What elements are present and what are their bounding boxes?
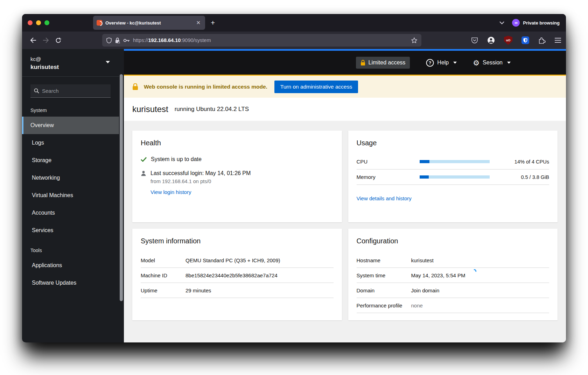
sidebar-item-software-updates[interactable]: Software Updates bbox=[22, 274, 119, 292]
usage-card: Usage CPU 14% of 4 CPUs Memory 0.5 / 3.8… bbox=[348, 131, 558, 222]
zoom-window-button[interactable] bbox=[44, 20, 49, 25]
bookmark-star-icon[interactable] bbox=[411, 37, 417, 43]
page-header: kurisutest running Ubuntu 22.04.2 LTS bbox=[124, 98, 566, 121]
cursor-artifact bbox=[473, 269, 477, 272]
sidebar-item-applications[interactable]: Applications bbox=[22, 257, 119, 274]
host-switcher[interactable]: kc@ kurisutest bbox=[22, 49, 119, 77]
sidebar-item-networking[interactable]: Networking bbox=[22, 169, 119, 187]
sidebar-search[interactable] bbox=[30, 84, 111, 98]
sidebar-scrollbar[interactable] bbox=[119, 49, 124, 342]
turn-on-admin-access-button[interactable]: Turn on administrative access bbox=[274, 81, 358, 93]
sidebar: kc@ kurisutest System Overview Logs Stor… bbox=[22, 49, 119, 342]
help-question-icon: ? bbox=[426, 59, 434, 67]
limited-access-button[interactable]: Limited access bbox=[356, 57, 410, 69]
private-browsing-label: Private browsing bbox=[523, 20, 560, 26]
sidebar-item-logs[interactable]: Logs bbox=[22, 134, 119, 152]
reload-button[interactable] bbox=[55, 37, 61, 43]
join-domain-value[interactable]: Join domain bbox=[411, 287, 550, 293]
help-menu[interactable]: ? Help bbox=[426, 59, 457, 67]
screenshot-canvas: Overview - kc@kurisutest ✕ + ∞ Private b… bbox=[0, 0, 588, 375]
minimize-window-button[interactable] bbox=[36, 20, 41, 25]
url-text: https://192.168.64.10:9090/system bbox=[133, 37, 408, 43]
page-subtitle: running Ubuntu 22.04.2 LTS bbox=[175, 106, 249, 113]
view-details-history-link[interactable]: View details and history bbox=[357, 195, 412, 201]
domain-label: Domain bbox=[357, 287, 411, 293]
browser-toolbar: https://192.168.64.10:9090/system uO bbox=[22, 32, 566, 49]
new-tab-button[interactable]: + bbox=[211, 19, 215, 27]
search-icon bbox=[34, 88, 39, 93]
memory-value: 0.5 / 3.8 GiB bbox=[490, 174, 550, 180]
browser-tab[interactable]: Overview - kc@kurisutest ✕ bbox=[93, 16, 205, 30]
sidebar-item-accounts[interactable]: Accounts bbox=[22, 204, 119, 222]
domain-row: Domain Join domain bbox=[357, 283, 550, 298]
menu-hamburger-icon[interactable] bbox=[555, 38, 561, 43]
saved-password-key-icon[interactable] bbox=[123, 39, 130, 42]
back-button[interactable] bbox=[30, 37, 36, 43]
close-window-button[interactable] bbox=[28, 20, 33, 25]
sidebar-item-virtual-machines[interactable]: Virtual Machines bbox=[22, 187, 119, 204]
tab-title: Overview - kc@kurisutest bbox=[105, 20, 192, 26]
model-row: Model QEMU Standard PC (Q35 + ICH9, 2009… bbox=[141, 253, 334, 268]
sidebar-scrollbar-thumb[interactable] bbox=[120, 74, 123, 301]
lock-icon bbox=[360, 60, 365, 66]
sidebar-item-overview[interactable]: Overview bbox=[22, 117, 119, 134]
browser-window: Overview - kc@kurisutest ✕ + ∞ Private b… bbox=[22, 14, 566, 342]
check-icon bbox=[141, 157, 147, 162]
hostname-label: Hostname bbox=[357, 257, 411, 263]
health-card: Health System is up to date Last succes bbox=[132, 131, 342, 222]
private-browsing-badge: ∞ Private browsing bbox=[512, 19, 560, 27]
view-login-history-link[interactable]: View login history bbox=[150, 189, 191, 195]
sidebar-item-services[interactable]: Services bbox=[22, 222, 119, 239]
limited-access-banner: Web console is running in limited access… bbox=[124, 75, 566, 98]
sidebar-item-storage[interactable]: Storage bbox=[22, 152, 119, 169]
masthead: Limited access ? Help ⚙ Session bbox=[124, 49, 566, 75]
pocket-icon[interactable] bbox=[471, 37, 478, 44]
uptime-value: 29 minutes bbox=[186, 287, 334, 293]
uptime-row: Uptime 29 minutes bbox=[141, 283, 334, 298]
tracking-protection-shield-icon[interactable] bbox=[106, 37, 112, 43]
forward-button[interactable] bbox=[43, 37, 49, 43]
ublock-origin-icon[interactable]: uO bbox=[504, 36, 512, 45]
gear-icon: ⚙ bbox=[473, 59, 479, 67]
memory-label: Memory bbox=[357, 174, 420, 180]
connection-lock-warning-icon[interactable] bbox=[115, 37, 120, 43]
tab-close-icon[interactable]: ✕ bbox=[195, 20, 202, 26]
host-name: kurisutest bbox=[30, 64, 111, 71]
memory-usage-row: Memory 0.5 / 3.8 GiB bbox=[357, 169, 550, 185]
bitwarden-icon[interactable] bbox=[522, 36, 529, 44]
machine-id-value: 8be15824e23440e2b5fe38682ae7a724 bbox=[186, 272, 334, 278]
last-login-detail: from 192.168.64.1 on pts/0 bbox=[150, 179, 334, 184]
limited-access-label: Limited access bbox=[369, 60, 406, 66]
account-icon[interactable] bbox=[487, 36, 495, 44]
configuration-title: Configuration bbox=[357, 237, 550, 245]
help-caret-icon bbox=[453, 62, 457, 64]
extensions-puzzle-icon[interactable] bbox=[538, 37, 546, 44]
search-input[interactable] bbox=[42, 88, 107, 94]
system-time-value: May 14, 2023, 5:54 PM bbox=[411, 272, 550, 278]
list-tabs-chevron-icon[interactable] bbox=[499, 21, 504, 25]
model-label: Model bbox=[141, 257, 186, 263]
browser-tab-bar: Overview - kc@kurisutest ✕ + ∞ Private b… bbox=[22, 14, 566, 32]
session-menu[interactable]: ⚙ Session bbox=[473, 59, 511, 67]
machine-id-row: Machine ID 8be15824e23440e2b5fe38682ae7a… bbox=[141, 268, 334, 283]
url-bar[interactable]: https://192.168.64.10:9090/system bbox=[102, 34, 421, 47]
host-user: kc@ bbox=[30, 56, 111, 62]
cpu-value: 14% of 4 CPUs bbox=[490, 159, 550, 165]
memory-progress-bar bbox=[420, 175, 490, 179]
host-switcher-caret-icon bbox=[106, 61, 110, 63]
cpu-progress-bar bbox=[420, 160, 490, 163]
nav-section-system: System bbox=[22, 103, 119, 117]
performance-profile-value: none bbox=[411, 303, 550, 308]
svg-text:?: ? bbox=[429, 61, 432, 65]
banner-lock-icon bbox=[132, 83, 138, 90]
cpu-usage-row: CPU 14% of 4 CPUs bbox=[357, 154, 550, 169]
performance-profile-row: Performance profile none bbox=[357, 298, 550, 313]
banner-text: Web console is running in limited access… bbox=[144, 84, 267, 90]
help-label: Help bbox=[437, 60, 449, 66]
window-controls bbox=[28, 20, 49, 25]
system-time-row: System time May 14, 2023, 5:54 PM bbox=[357, 268, 550, 283]
performance-profile-label: Performance profile bbox=[357, 303, 411, 308]
system-information-card: System information Model QEMU Standard P… bbox=[132, 229, 342, 320]
session-label: Session bbox=[483, 60, 503, 66]
health-status-text: System is up to date bbox=[151, 156, 202, 162]
